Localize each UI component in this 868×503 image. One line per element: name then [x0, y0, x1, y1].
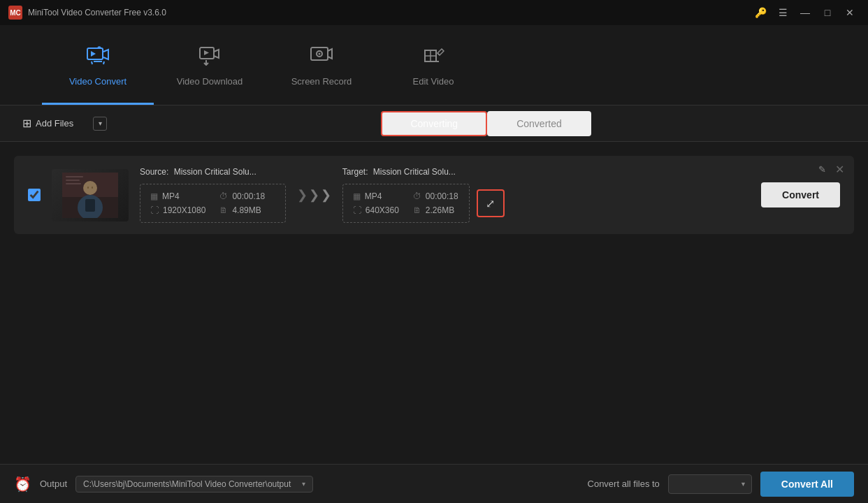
convert-all-button[interactable]: Convert All: [760, 472, 854, 497]
target-size-row: 🗎 2.26MB: [413, 205, 459, 215]
svg-rect-8: [66, 176, 83, 177]
file-card: Source: Mission Critical Solu... ▦ MP4 ⏱…: [14, 156, 854, 234]
change-format-button[interactable]: ⤢: [477, 189, 505, 217]
duration-icon: ⏱: [219, 191, 228, 201]
target-duration-icon: ⏱: [413, 191, 421, 201]
maximize-button[interactable]: □: [818, 6, 837, 20]
source-duration: 00:00:18: [232, 191, 265, 201]
output-path-wrapper[interactable]: C:\Users\bj\Documents\MiniTool Video Con…: [75, 476, 313, 493]
target-resolution-row: ⛶ 640X360: [353, 205, 399, 215]
close-button[interactable]: ✕: [840, 6, 860, 20]
file-thumbnail: [52, 169, 129, 221]
svg-rect-14: [87, 187, 89, 189]
thumbnail-svg: [62, 173, 118, 218]
source-size-row: 🗎 4.89MB: [219, 205, 275, 215]
source-label: Source: Mission Critical Solu...: [140, 167, 286, 177]
svg-rect-9: [66, 180, 80, 181]
target-resolution-icon: ⛶: [353, 205, 361, 215]
nav-video-convert[interactable]: Video Convert: [42, 35, 154, 105]
toolbar: ⊞ Add Files ▾ Converting Converted: [0, 105, 868, 142]
format-select-wrapper[interactable]: [668, 474, 752, 494]
thumbnail-placeholder: [52, 169, 129, 221]
maximize-icon: □: [825, 7, 830, 18]
source-name: Mission Critical Solu...: [174, 167, 256, 177]
source-resolution-row: ⛶ 1920X1080: [150, 205, 205, 215]
video-download-icon: [198, 46, 221, 71]
target-format-row: ▦ MP4: [353, 191, 399, 201]
clock-icon: ⏰: [14, 476, 31, 493]
format-select[interactable]: [668, 474, 752, 494]
main-content: Source: Mission Critical Solu... ▦ MP4 ⏱…: [0, 142, 868, 464]
convert-all-label: Convert all files to: [588, 479, 660, 489]
file-checkbox[interactable]: [28, 189, 41, 201]
close-icon: ✕: [846, 7, 854, 18]
window-controls: 🔑 ☰ — □ ✕: [751, 6, 860, 20]
target-size: 2.26MB: [426, 205, 454, 215]
format-icon: ▦: [150, 191, 158, 201]
resolution-icon: ⛶: [150, 205, 159, 215]
target-duration-row: ⏱ 00:00:18: [413, 191, 459, 201]
key-button[interactable]: 🔑: [751, 6, 770, 20]
nav-video-download-label: Video Download: [177, 76, 243, 87]
source-format: MP4: [162, 191, 180, 201]
target-info-box: ▦ MP4 ⏱ 00:00:18 ⛶ 640X360 🗎: [342, 184, 470, 223]
add-files-dropdown[interactable]: ▾: [93, 117, 107, 131]
edit-video-icon: [422, 46, 444, 71]
screen-record-icon: [310, 46, 333, 71]
svg-rect-10: [66, 183, 81, 184]
arrow-3: ❯: [321, 187, 331, 203]
target-format: MP4: [365, 191, 382, 201]
size-icon: 🗎: [219, 205, 228, 215]
converting-tab[interactable]: Converting: [381, 111, 487, 136]
tab-section: Converting Converted: [118, 111, 854, 136]
resize-icon: ⤢: [486, 197, 495, 210]
edit-icon: ✎: [818, 164, 826, 175]
source-duration-row: ⏱ 00:00:18: [219, 191, 275, 201]
converted-tab[interactable]: Converted: [487, 111, 591, 136]
key-icon: 🔑: [755, 7, 767, 18]
svg-marker-2: [204, 50, 209, 55]
close-card-icon: ✕: [835, 163, 844, 175]
nav-video-convert-label: Video Convert: [69, 76, 126, 87]
title-bar: MC MiniTool Video Converter Free v3.6.0 …: [0, 0, 868, 25]
menu-button[interactable]: ☰: [773, 6, 793, 20]
edit-target-button[interactable]: ✎: [818, 164, 826, 175]
nav-bar: Video Convert Video Download Screen Reco…: [0, 25, 868, 105]
source-size: 4.89MB: [232, 205, 261, 215]
minimize-icon: —: [800, 7, 810, 18]
output-dropdown-icon: ▾: [302, 480, 305, 488]
conversion-arrows: ❯ ❯ ❯: [297, 187, 331, 203]
target-size-icon: 🗎: [413, 205, 421, 215]
source-info-box: ▦ MP4 ⏱ 00:00:18 ⛶ 1920X1080 🗎 4.89MB: [140, 184, 286, 223]
arrow-2: ❯: [309, 187, 319, 203]
nav-screen-record-label: Screen Record: [291, 76, 352, 87]
target-name: Mission Critical Solu...: [373, 167, 456, 177]
nav-video-download[interactable]: Video Download: [154, 35, 266, 105]
svg-point-11: [83, 181, 97, 195]
svg-rect-15: [92, 187, 93, 189]
add-files-label: Add Files: [36, 118, 73, 129]
target-section: Target: Mission Critical Solu... ▦ MP4 ⏱…: [342, 167, 505, 223]
nav-screen-record[interactable]: Screen Record: [266, 35, 377, 105]
add-files-button[interactable]: ⊞ Add Files: [14, 112, 82, 134]
video-convert-icon: [87, 46, 109, 71]
target-format-icon: ▦: [353, 191, 361, 201]
source-format-row: ▦ MP4: [150, 191, 205, 201]
output-label: Output: [40, 479, 67, 489]
bottom-bar: ⏰ Output C:\Users\bj\Documents\MiniTool …: [0, 464, 868, 503]
menu-icon: ☰: [779, 7, 788, 18]
minimize-button[interactable]: —: [795, 6, 815, 20]
chevron-down-icon: ▾: [99, 119, 102, 127]
arrow-1: ❯: [297, 187, 308, 203]
target-resolution: 640X360: [366, 205, 399, 215]
svg-rect-13: [85, 199, 95, 212]
app-logo: MC: [8, 6, 22, 20]
convert-button[interactable]: Convert: [761, 182, 840, 207]
nav-edit-video-label: Edit Video: [412, 76, 454, 87]
target-duration: 00:00:18: [426, 191, 458, 201]
nav-edit-video[interactable]: Edit Video: [377, 35, 489, 105]
close-card-button[interactable]: ✕: [835, 163, 844, 176]
target-label: Target: Mission Critical Solu...: [342, 167, 505, 177]
app-title: MiniTool Video Converter Free v3.6.0: [28, 8, 745, 17]
source-resolution: 1920X1080: [163, 205, 205, 215]
